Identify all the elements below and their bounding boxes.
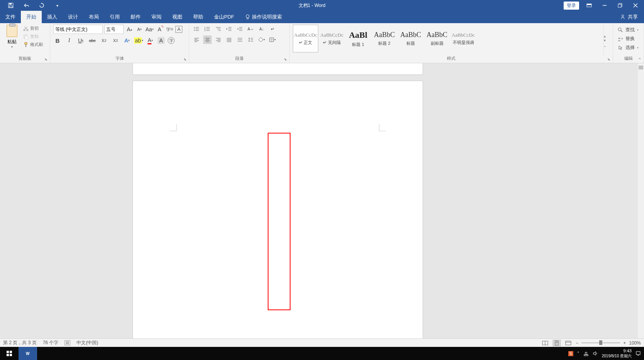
zoom-in-button[interactable]: + <box>623 340 626 346</box>
sort-button[interactable]: A↓ <box>257 25 266 33</box>
highlight-button[interactable]: ab▾ <box>134 36 143 45</box>
align-center-button[interactable] <box>203 35 212 44</box>
previous-page-bottom[interactable] <box>133 63 423 75</box>
tab-jinshan-pdf[interactable]: 金山PDF <box>209 11 240 23</box>
ribbon-display-icon[interactable] <box>584 2 595 9</box>
style-item-0[interactable]: AaBbCcDc↵ 正文 <box>293 25 318 52</box>
style-item-2[interactable]: AaBl标题 1 <box>345 25 371 52</box>
tab-review[interactable]: 审阅 <box>146 11 167 23</box>
character-shading-button[interactable]: A <box>158 37 165 44</box>
print-layout-button[interactable] <box>552 340 561 346</box>
document-page[interactable] <box>133 81 423 338</box>
taskbar-word-app[interactable]: W <box>19 347 37 360</box>
borders-button[interactable]: ▾ <box>268 35 277 44</box>
qat-more-icon[interactable]: ▾ <box>54 2 60 8</box>
tab-insert[interactable]: 插入 <box>42 11 63 23</box>
collapse-ribbon-icon[interactable]: ⌃ <box>638 57 642 63</box>
format-painter-button[interactable]: 格式刷 <box>22 41 44 48</box>
redo-icon[interactable] <box>39 2 45 8</box>
zoom-out-button[interactable]: − <box>576 340 578 346</box>
proofing-icon[interactable]: ☒ <box>65 340 70 345</box>
strikethrough-button[interactable]: abc <box>88 36 97 45</box>
font-name-input[interactable] <box>53 25 103 34</box>
tab-references[interactable]: 引用 <box>104 11 125 23</box>
style-item-3[interactable]: AaBbC标题 2 <box>372 25 397 52</box>
align-left-button[interactable] <box>192 35 201 44</box>
tray-volume-icon[interactable] <box>593 351 598 356</box>
style-item-1[interactable]: AaBbCcDc↵ 无间隔 <box>319 25 345 52</box>
tab-design[interactable]: 设计 <box>63 11 83 23</box>
restore-icon[interactable] <box>615 2 625 9</box>
notification-icon[interactable] <box>636 351 641 356</box>
clipboard-launcher-icon[interactable]: ⬊ <box>44 57 48 61</box>
subscript-button[interactable]: X2 <box>100 36 108 45</box>
enclose-character-button[interactable]: 字 <box>168 37 175 44</box>
tab-tellme[interactable]: 操作说明搜索 <box>240 11 287 23</box>
style-item-5[interactable]: AaBbC副标题 <box>424 25 450 52</box>
tab-mailings[interactable]: 邮件 <box>125 11 146 23</box>
replace-button[interactable]: abac 替换 <box>616 34 641 43</box>
line-spacing-button[interactable] <box>246 35 255 44</box>
web-layout-button[interactable] <box>564 340 573 346</box>
minimize-icon[interactable] <box>599 2 610 9</box>
numbering-button[interactable]: 123 <box>203 25 212 33</box>
grow-font-button[interactable]: A▴ <box>125 25 134 34</box>
text-effects-button[interactable]: A▾ <box>123 36 131 45</box>
distributed-button[interactable] <box>236 35 244 44</box>
share-button[interactable]: 共享 <box>620 14 644 20</box>
character-border-button[interactable]: A <box>175 26 182 33</box>
bold-button[interactable]: B <box>53 36 62 45</box>
show-marks-button[interactable]: ↵ <box>268 25 277 33</box>
font-size-input[interactable] <box>104 25 124 34</box>
language-status[interactable]: 中文(中国) <box>76 340 98 346</box>
select-button[interactable]: 选择▾ <box>616 43 641 52</box>
close-icon[interactable] <box>630 2 641 9</box>
read-mode-button[interactable] <box>541 340 549 346</box>
paste-button[interactable]: 粘贴 ▾ <box>3 25 21 49</box>
tab-home[interactable]: 开始 <box>21 11 42 23</box>
increase-indent-button[interactable] <box>236 25 244 33</box>
zoom-thumb[interactable] <box>599 340 602 345</box>
tray-chevron-icon[interactable]: ˄ <box>577 351 579 356</box>
multilevel-list-button[interactable] <box>214 25 223 33</box>
login-button[interactable]: 登录 <box>564 2 579 10</box>
tab-help[interactable]: 帮助 <box>188 11 209 23</box>
shading-button[interactable]: ▾ <box>257 35 266 44</box>
font-color-button[interactable]: A▾ <box>146 36 155 45</box>
italic-button[interactable]: I <box>65 36 73 45</box>
zoom-slider[interactable] <box>581 342 620 343</box>
copy-button[interactable]: 复制 <box>22 33 44 40</box>
page-info[interactable]: 第 2 页，共 3 页 <box>3 340 37 346</box>
undo-icon[interactable] <box>23 2 29 8</box>
styles-more-button[interactable]: ▴▾⎯ <box>603 25 610 56</box>
taskbar-clock[interactable]: 9:43 2019/8/10 星期六 <box>602 348 632 358</box>
change-case-button[interactable]: Aa▾ <box>145 25 154 34</box>
find-button[interactable]: 查找▾ <box>616 25 641 34</box>
zoom-level[interactable]: 100% <box>629 340 641 346</box>
styles-launcher-icon[interactable]: ⬊ <box>607 57 611 61</box>
word-count[interactable]: 76 个字 <box>43 340 59 346</box>
shrink-font-button[interactable]: A▾ <box>135 25 144 34</box>
underline-button[interactable]: U▾ <box>76 36 85 45</box>
justify-button[interactable] <box>225 35 233 44</box>
superscript-button[interactable]: X2 <box>111 36 120 45</box>
tray-network-icon[interactable] <box>583 351 589 356</box>
tab-view[interactable]: 视图 <box>167 11 188 23</box>
save-icon[interactable] <box>8 2 14 8</box>
cut-button[interactable]: 剪切 <box>22 25 44 32</box>
tray-ime-icon[interactable]: S <box>568 351 573 356</box>
tab-layout[interactable]: 布局 <box>83 11 104 23</box>
start-button[interactable] <box>0 347 19 360</box>
style-item-4[interactable]: AaBbC标题 <box>398 25 423 52</box>
style-item-6[interactable]: AaBbCcDc不明显强调 <box>450 25 476 52</box>
phonetic-guide-button[interactable]: 字ⓐ <box>165 25 174 34</box>
tab-file[interactable]: 文件 <box>0 11 21 23</box>
clear-formatting-button[interactable]: A✎ <box>155 25 164 34</box>
font-launcher-icon[interactable]: ⬊ <box>184 57 187 61</box>
scroll-thumb[interactable] <box>639 66 643 69</box>
vertical-scrollbar[interactable] <box>638 63 644 338</box>
decrease-indent-button[interactable] <box>225 25 233 33</box>
align-right-button[interactable] <box>214 35 223 44</box>
paragraph-launcher-icon[interactable]: ⬊ <box>284 57 288 61</box>
asian-layout-button[interactable]: A↔ <box>246 25 255 33</box>
